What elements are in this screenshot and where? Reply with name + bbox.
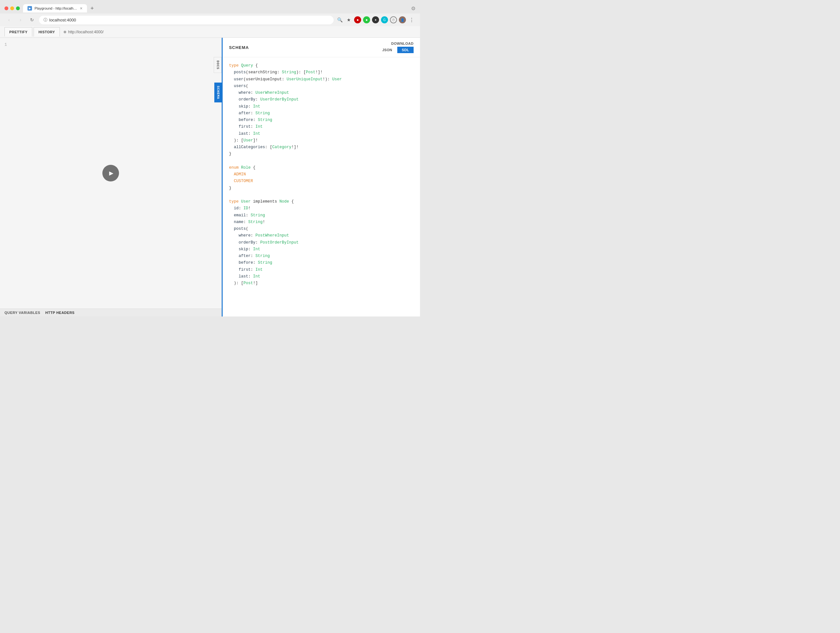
- code-line: posts(searchString: String): [Post!]!: [229, 69, 414, 76]
- extension-teal-icon[interactable]: G: [381, 16, 388, 23]
- extension-clock-icon[interactable]: ⏱: [390, 16, 397, 23]
- code-line: ADMIN: [229, 171, 414, 178]
- code-line: before: String: [229, 260, 414, 266]
- code-line: CUSTOMER: [229, 178, 414, 185]
- settings-icon[interactable]: ⚙: [411, 5, 415, 11]
- code-line: users(: [229, 83, 414, 90]
- secondary-toolbar: PRETTIFY HISTORY http://localhost:4000/: [0, 26, 420, 38]
- schema-header: SCHEMA DOWNLOAD JSON SDL: [223, 38, 420, 57]
- maximize-window-button[interactable]: [16, 6, 20, 10]
- schema-title: SCHEMA: [229, 45, 249, 50]
- http-headers-tab[interactable]: HTTP HEADERS: [46, 311, 74, 315]
- code-line: enum Role {: [229, 165, 414, 171]
- json-download-button[interactable]: JSON: [378, 47, 397, 53]
- editor-area[interactable]: 1 ▶ DOCS SCHEMA: [0, 38, 222, 309]
- close-window-button[interactable]: [5, 6, 8, 10]
- code-line: ): [Post!]: [229, 280, 414, 287]
- forward-button[interactable]: ›: [16, 15, 25, 24]
- extension-green-icon[interactable]: ●: [363, 16, 370, 23]
- code-line: last: Int: [229, 131, 414, 137]
- docs-tab[interactable]: DOCS: [214, 57, 222, 73]
- download-section: DOWNLOAD JSON SDL: [378, 41, 414, 53]
- traffic-lights: [5, 6, 20, 10]
- schema-panel: SCHEMA DOWNLOAD JSON SDL type Query { po…: [223, 38, 420, 316]
- editor-footer: QUERY VARIABLES HTTP HEADERS: [0, 309, 222, 316]
- code-line: ): [User]!: [229, 137, 414, 144]
- code-line: type User implements Node {: [229, 198, 414, 205]
- schema-tab[interactable]: SCHEMA: [214, 82, 222, 103]
- refresh-button[interactable]: ↻: [27, 15, 36, 24]
- browser-actions: 🔍 ★ ● ● ✦ G ⏱ 👤 ⋮: [336, 16, 415, 23]
- tab-favicon: ▶: [27, 6, 32, 11]
- code-line: orderBy: PostOrderByInput: [229, 239, 414, 246]
- code-line: email: String: [229, 212, 414, 219]
- code-line: skip: Int: [229, 246, 414, 253]
- code-line: user(userUniqueInput: UserUniqueInput!):…: [229, 76, 414, 83]
- code-line: posts(: [229, 226, 414, 232]
- download-buttons: JSON SDL: [378, 47, 414, 53]
- prettify-button[interactable]: PRETTIFY: [5, 27, 32, 36]
- code-line: allCategories: [Category!]!: [229, 144, 414, 151]
- code-line: name: String!: [229, 219, 414, 226]
- tab-title: Playground - http://localhost:4: [35, 6, 77, 10]
- extension-dark-icon[interactable]: ✦: [372, 16, 379, 23]
- code-line: orderBy: UserOrderByInput: [229, 97, 414, 103]
- new-tab-button[interactable]: +: [88, 4, 96, 13]
- code-line: first: Int: [229, 123, 414, 130]
- browser-window: ▶ Playground - http://localhost:4 × + ⚙ …: [0, 0, 420, 316]
- code-line: type Query {: [229, 62, 414, 69]
- address-bar: ‹ › ↻ ⓘ localhost:4000 🔍 ★ ● ● ✦ G ⏱ 👤 ⋮: [0, 13, 420, 26]
- download-label: DOWNLOAD: [391, 41, 414, 46]
- back-button[interactable]: ‹: [5, 15, 13, 24]
- address-text: localhost:4000: [49, 17, 329, 22]
- minimize-window-button[interactable]: [10, 6, 14, 10]
- code-line: first: Int: [229, 267, 414, 273]
- lock-icon: ⓘ: [44, 17, 47, 23]
- code-line: [229, 192, 414, 198]
- address-field[interactable]: ⓘ localhost:4000: [39, 16, 334, 24]
- active-tab[interactable]: ▶ Playground - http://localhost:4 ×: [23, 4, 87, 13]
- code-line: last: Int: [229, 273, 414, 280]
- line-number-1: 1: [5, 42, 14, 47]
- history-button[interactable]: HISTORY: [33, 27, 60, 36]
- code-line: where: UserWhereInput: [229, 90, 414, 97]
- tab-close-button[interactable]: ×: [80, 6, 82, 11]
- url-text: http://localhost:4000/: [68, 30, 104, 34]
- url-dot-icon: [64, 31, 66, 33]
- url-display: http://localhost:4000/: [64, 30, 104, 34]
- main-content: 1 ▶ DOCS SCHEMA QUERY VARIABLES HTTP HEA…: [0, 38, 420, 316]
- schema-content[interactable]: type Query { posts(searchString: String)…: [223, 57, 420, 316]
- code-line: [229, 158, 414, 165]
- code-line: }: [229, 185, 414, 192]
- extension-red-icon[interactable]: ●: [354, 16, 361, 23]
- bookmark-icon[interactable]: ★: [345, 16, 352, 23]
- code-line: }: [229, 151, 414, 157]
- query-variables-tab[interactable]: QUERY VARIABLES: [5, 311, 40, 315]
- sdl-download-button[interactable]: SDL: [397, 47, 414, 53]
- code-line: after: String: [229, 110, 414, 117]
- play-icon: ▶: [109, 169, 113, 177]
- code-line: where: PostWhereInput: [229, 232, 414, 239]
- more-button[interactable]: ⋮: [408, 17, 415, 23]
- code-line: skip: Int: [229, 103, 414, 110]
- title-bar: ▶ Playground - http://localhost:4 × + ⚙: [0, 0, 420, 13]
- extension-user-icon[interactable]: 👤: [399, 16, 406, 23]
- code-line: id: ID!: [229, 205, 414, 212]
- code-line: after: String: [229, 253, 414, 260]
- run-query-button[interactable]: ▶: [103, 165, 119, 182]
- search-icon[interactable]: 🔍: [336, 16, 343, 23]
- code-line: before: String: [229, 117, 414, 123]
- tab-bar: ▶ Playground - http://localhost:4 × +: [23, 4, 408, 13]
- editor-panel: 1 ▶ DOCS SCHEMA QUERY VARIABLES HTTP HEA…: [0, 38, 223, 316]
